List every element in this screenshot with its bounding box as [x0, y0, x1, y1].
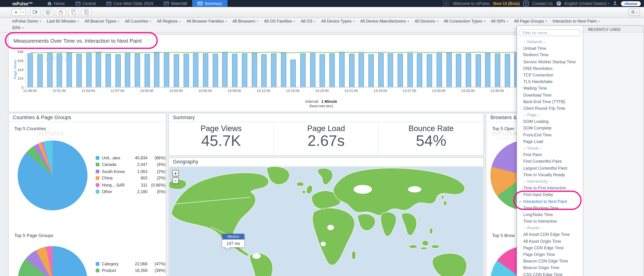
filter-all-regions[interactable]: All Regions▾ [157, 19, 181, 23]
filter-all-connection-types[interactable]: All Connection Types▾ [444, 19, 485, 23]
recently-used-header: RECENTLY USED [583, 26, 644, 33]
x-tick: 13:30:00 [432, 89, 446, 93]
plus-icon[interactable]: + [12, 8, 21, 16]
filter-all-device-types[interactable]: All Device Types▾ [321, 19, 354, 23]
metric-item-total-blocking-time[interactable]: Total Blocking Time [517, 205, 583, 212]
home-icon [47, 2, 52, 6]
metric-item-redirect-time[interactable]: Redirect Time [517, 52, 583, 58]
metric-item-tcp-connection[interactable]: TCP Connection [517, 72, 583, 78]
metric-item-time-to-first-interaction[interactable]: Time to First Interaction [517, 185, 583, 192]
stat-bounce-rate: Bounce Rate 54% [378, 122, 484, 155]
tab-label: Home [54, 1, 65, 6]
contact-us-link[interactable]: Contact Us [532, 1, 552, 6]
summary-panel: Summary Page Views 45.7K Page Load 2.67s… [168, 113, 484, 156]
dashboard-settings-button[interactable]: ⚙ ▾ [628, 8, 640, 16]
user-icon[interactable] [613, 1, 617, 6]
metric-item-unload-time[interactable]: Unload Time [517, 45, 583, 52]
metric-item-first-contentful-paint[interactable]: First Contentful Paint [517, 158, 583, 165]
chevron-down-icon: ▾ [40, 20, 41, 23]
zoom-in-button[interactable]: + [172, 170, 179, 176]
filter-all-page-groups[interactable]: All Page Groups▾ [514, 19, 547, 23]
metric-item-largest-contentful-paint[interactable]: Largest Contentful Paint [517, 165, 583, 172]
gear-icon: ⚙ [631, 10, 635, 15]
metric-item-client-round-trip-time[interactable]: Client Round-Trip Time [517, 105, 583, 112]
ui-switch-icon[interactable]: ⇄ [523, 1, 528, 6]
chevron-down-icon[interactable]: ▾ [21, 8, 26, 16]
copy-button[interactable] [69, 8, 78, 16]
metric-item-dom-complete[interactable]: DOM Complete [517, 125, 583, 132]
tab-summary[interactable]: Summary [192, 0, 228, 7]
metric-item-back-end-time-ttfb[interactable]: Back-End Time (TTFB) [517, 98, 583, 105]
filter-all-countries[interactable]: All Countries▾ [125, 19, 151, 23]
top5-os-label: Top 5 Oper [492, 126, 514, 131]
metric-item-dom-loading[interactable]: DOM Loading [517, 118, 583, 125]
legend-swatch [96, 170, 100, 173]
zoom-level-selector[interactable]: 50% ▾ [12, 26, 24, 30]
top5-page-groups-pie[interactable] [18, 246, 88, 276]
countries-page-groups-panel: Countries & Page Groups Top 5 Countries … [8, 113, 166, 276]
legend-swatch [96, 190, 100, 194]
stat-page-load: Page Load 2.67s [274, 122, 378, 155]
metric-item-beacon-cdn-edge-time[interactable]: Beacon CDN Edge Time [517, 258, 583, 264]
filter-all-browser-families[interactable]: All Browser Families▾ [186, 19, 227, 23]
metric-item-front-end-time[interactable]: Front-End Time [517, 132, 583, 138]
add-widget-button[interactable]: + ▾ [12, 8, 26, 16]
metric-item-all-asset-cdn-edge-time[interactable]: All Asset CDN Edge Time [517, 232, 583, 238]
zoom-out-button[interactable]: − [172, 178, 179, 184]
metric-item-page-cdn-edge-time[interactable]: Page CDN Edge Time [517, 245, 583, 251]
metric-item-service-worker-startup-time[interactable]: Service Worker Startup Time [517, 58, 583, 65]
window-icon [164, 2, 169, 5]
metric-item-longtasks-time[interactable]: LongTasks Time [517, 212, 583, 218]
help-icon[interactable]: ? [556, 1, 561, 6]
filter-interaction-to-next-paint[interactable]: Interaction to Next Paint▾ [552, 19, 599, 23]
metric-item-time-to-visually-ready[interactable]: Time to Visually Ready [517, 172, 583, 178]
top5-countries-pie[interactable] [18, 140, 88, 210]
metric-item-first-input-delay[interactable]: First Input Delay [517, 192, 583, 198]
metric-item-time-to-interactive[interactable]: Time to Interactive [517, 218, 583, 225]
metric-item-dns-resolution[interactable]: DNS Resolution [517, 65, 583, 72]
world-map[interactable]: + − Mexico 147 ms [169, 167, 483, 276]
y-tick: 210 [18, 76, 24, 80]
x-tick: 13:27:00 [403, 89, 416, 93]
panel-title: Geography [169, 158, 483, 166]
metric-item-first-paint[interactable]: First Paint [517, 152, 583, 158]
filter-all-isps[interactable]: All ISPs▾ [491, 19, 508, 23]
filter-all-device-manufacturers[interactable]: All Device Manufacturers▾ [360, 19, 409, 23]
filter-all-os[interactable]: All OS▾ [301, 19, 316, 23]
filter-all-devices[interactable]: All Devices▾ [415, 19, 438, 23]
metric-item-css-cdn-edge-time[interactable]: CSS CDN Edge Time [517, 272, 583, 276]
language-selector[interactable]: English (United States) ▾ [564, 1, 609, 6]
filter-all-browsers[interactable]: All Browsers▾ [232, 19, 258, 23]
save-dashboard-button[interactable] [30, 8, 40, 16]
metric-item-waiting-time[interactable]: Waiting Time [517, 85, 583, 92]
filter-all-os-families[interactable]: All OS Families▾ [264, 19, 295, 23]
legend-swatch [96, 262, 100, 266]
filter-last-60-minutes[interactable]: Last 60 Minutes▾ [47, 19, 79, 23]
x-tick: 13:06:00 [198, 89, 212, 93]
filter-mpulse-demo[interactable]: mPulse Demo▾ [12, 19, 41, 23]
filter-all-beacon-types[interactable]: All Beacon Types▾ [85, 19, 119, 23]
metric-item-beacon-origin-time[interactable]: Beacon Origin Time [517, 265, 583, 272]
tab-home[interactable]: Home [42, 0, 70, 7]
x-tick: 13:15:00 [286, 89, 300, 93]
metric-item-page-load[interactable]: Page Load [517, 138, 583, 145]
metric-item-download-time[interactable]: Download Time [517, 92, 583, 98]
metric-item-page-origin-time[interactable]: Page Origin Time [517, 252, 583, 258]
metric-filter [517, 26, 583, 38]
summary-stats: Page Views 45.7K Page Load 2.67s Bounce … [169, 122, 483, 155]
metric-item-all-asset-origin-time[interactable]: All Asset Origin Time [517, 238, 583, 245]
tab-central[interactable]: Central [70, 0, 101, 7]
tabs-overflow-button[interactable]: ▾ [443, 1, 449, 6]
export-button[interactable] [56, 8, 66, 16]
present-button[interactable] [43, 8, 53, 16]
legend-swatch [96, 163, 100, 166]
metric-item-tls-handshake[interactable]: TLS Handshake [517, 78, 583, 85]
tooltip-arrow [226, 247, 230, 252]
tab-core-web-vitals-2024[interactable]: Core Web Vitals 2024 [101, 0, 158, 7]
new-ui-beta-button[interactable]: New UI (Beta) [493, 1, 520, 6]
metric-item-interaction-to-next-paint[interactable]: ✓Interaction to Next Paint [517, 198, 583, 205]
metric-filter-input[interactable] [520, 29, 580, 36]
tab-waterfall[interactable]: Waterfall [158, 0, 192, 7]
topbar: mPulse™ HomeCentralCore Web Vitals 2024W… [0, 0, 644, 7]
duplicate-button[interactable] [81, 8, 91, 16]
